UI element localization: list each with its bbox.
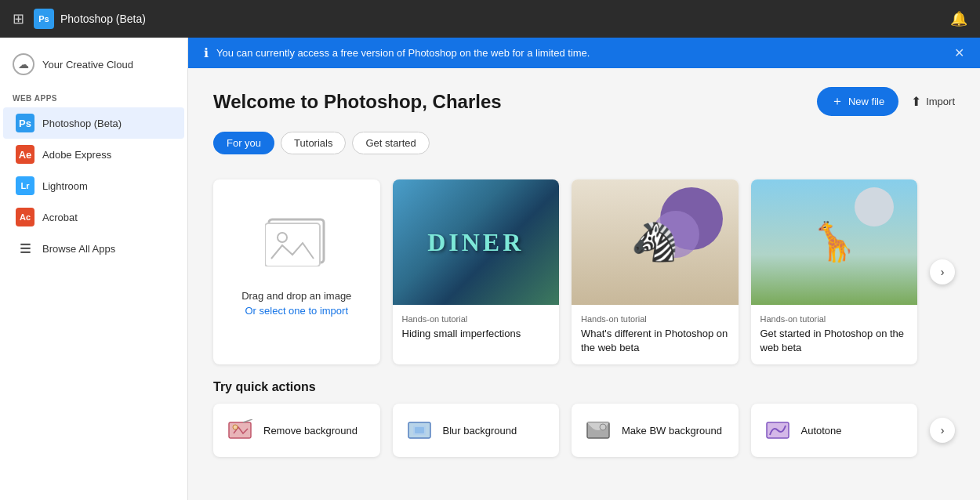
quick-action-blur-bg[interactable]: Blur background: [393, 404, 560, 457]
svg-point-10: [600, 424, 606, 430]
quick-action-make-bw[interactable]: Make BW background: [572, 404, 739, 457]
welcome-title: Welcome to Photoshop, Charles: [213, 91, 817, 113]
tab-get-started[interactable]: Get started: [352, 132, 429, 154]
zebra-emoji: 🦓: [631, 220, 678, 264]
acrobat-icon: Ac: [16, 208, 34, 226]
photoshop-icon: Ps: [16, 114, 34, 132]
banner-close-button[interactable]: ✕: [954, 45, 964, 60]
app-title: Photoshop (Beta): [60, 13, 146, 25]
info-banner: ℹ You can currently access a free versio…: [188, 38, 980, 68]
quick-actions-next-button[interactable]: ›: [930, 418, 955, 443]
tutorial-card-3-title: Get started in Photoshop on the web beta: [760, 327, 909, 355]
adobe-express-icon: Ae: [16, 145, 34, 164]
make-bw-icon: [584, 416, 612, 444]
tutorial-card-3-tag: Hands-on tutorial: [760, 314, 909, 324]
giraffe-emoji: 🦒: [811, 220, 858, 264]
remove-bg-icon: [226, 416, 254, 444]
sidebar-item-photoshop[interactable]: Ps Photoshop (Beta): [3, 107, 184, 139]
new-file-button[interactable]: ＋ New file: [817, 87, 898, 116]
select-to-import-link[interactable]: Or select one to import: [245, 305, 349, 317]
sidebar: ☁ Your Creative Cloud WEB APPS Ps Photos…: [0, 38, 188, 500]
tabs-bar: For you Tutorials Get started: [213, 132, 955, 154]
sidebar-lightroom-label: Lightroom: [42, 180, 88, 192]
remove-bg-label: Remove background: [263, 425, 358, 437]
quick-action-remove-bg[interactable]: Remove background: [213, 404, 380, 457]
notification-bell-icon[interactable]: 🔔: [950, 10, 967, 27]
quick-actions-section: Try quick actions Remove background: [188, 380, 980, 476]
blur-bg-icon: [405, 416, 434, 444]
main-layout: ☁ Your Creative Cloud WEB APPS Ps Photos…: [0, 38, 980, 500]
drop-main-text: Drag and drop an image: [241, 290, 351, 302]
tutorial-card-2-title: What's different in Photoshop on the web…: [581, 327, 729, 355]
svg-rect-8: [415, 427, 424, 433]
svg-point-4: [233, 425, 238, 429]
import-label: Import: [926, 96, 955, 107]
tab-for-you[interactable]: For you: [213, 132, 274, 154]
sidebar-adobe-express-label: Adobe Express: [42, 149, 111, 161]
cards-row: Drag and drop an image Or select one to …: [188, 179, 980, 380]
tab-tutorials[interactable]: Tutorials: [281, 132, 346, 154]
cloud-icon: ☁: [13, 53, 34, 75]
lightroom-icon: Lr: [16, 176, 34, 195]
tutorial-card-2[interactable]: 🦓 Hands-on tutorial What's different in …: [572, 179, 739, 364]
sidebar-browse-label: Browse All Apps: [42, 243, 115, 255]
tutorial-card-1-title: Hiding small imperfections: [402, 327, 550, 341]
sidebar-item-adobe-express[interactable]: Ae Adobe Express: [3, 139, 184, 170]
make-bw-label: Make BW background: [622, 425, 722, 437]
browse-apps-icon: ☰: [16, 239, 34, 258]
new-file-label: New file: [848, 96, 884, 107]
app-icon: Ps: [34, 9, 54, 29]
blur-bg-label: Blur background: [443, 425, 517, 437]
diner-image: DINER: [393, 179, 560, 305]
tutorial-card-2-tag: Hands-on tutorial: [581, 314, 729, 324]
content-area: ℹ You can currently access a free versio…: [188, 38, 980, 500]
svg-rect-3: [229, 422, 251, 438]
sidebar-item-acrobat[interactable]: Ac Acrobat: [3, 201, 184, 233]
quick-actions-title: Try quick actions: [213, 380, 955, 394]
your-creative-cloud[interactable]: ☁ Your Creative Cloud: [0, 44, 187, 85]
welcome-header: Welcome to Photoshop, Charles ＋ New file…: [213, 87, 955, 116]
upload-icon: ⬆: [911, 94, 921, 109]
image-placeholder-icon: [265, 216, 328, 277]
cards-next-button[interactable]: ›: [930, 259, 955, 284]
cloud-label: Your Creative Cloud: [42, 59, 133, 71]
quick-action-autotone[interactable]: Autotone: [751, 404, 918, 457]
sidebar-item-browse-all[interactable]: ☰ Browse All Apps: [3, 233, 184, 264]
plus-icon: ＋: [831, 93, 844, 110]
sidebar-section-label: WEB APPS: [0, 85, 187, 107]
sidebar-acrobat-label: Acrobat: [42, 212, 78, 223]
giraffe-image: 🦒: [751, 179, 918, 305]
import-button[interactable]: ⬆ Import: [911, 94, 955, 109]
tutorial-card-3[interactable]: 🦒 Hands-on tutorial Get started in Photo…: [751, 179, 918, 364]
info-icon: ℹ: [204, 45, 209, 60]
tutorial-card-1-tag: Hands-on tutorial: [402, 314, 550, 324]
autotone-label: Autotone: [801, 425, 842, 437]
moon-shape: [855, 187, 894, 226]
tutorial-card-1-info: Hands-on tutorial Hiding small imperfect…: [393, 305, 560, 350]
tutorial-card-3-info: Hands-on tutorial Get started in Photosh…: [751, 305, 918, 364]
sidebar-photoshop-label: Photoshop (Beta): [42, 118, 122, 129]
quick-actions-grid: Remove background Blur background: [213, 404, 955, 457]
top-bar: ⊞ Ps Photoshop (Beta) 🔔: [0, 0, 980, 38]
zebra-image: 🦓: [572, 179, 739, 305]
tutorial-card-2-info: Hands-on tutorial What's different in Ph…: [572, 305, 739, 364]
drop-zone[interactable]: Drag and drop an image Or select one to …: [213, 179, 380, 352]
banner-text: You can currently access a free version …: [216, 47, 954, 59]
tutorial-card-1[interactable]: DINER Hands-on tutorial Hiding small imp…: [393, 179, 560, 364]
sidebar-item-lightroom[interactable]: Lr Lightroom: [3, 170, 184, 201]
drop-card[interactable]: Drag and drop an image Or select one to …: [213, 179, 380, 364]
autotone-icon: [764, 416, 792, 444]
svg-rect-1: [265, 223, 320, 266]
grid-icon[interactable]: ⊞: [13, 10, 24, 27]
welcome-section: Welcome to Photoshop, Charles ＋ New file…: [188, 68, 980, 179]
